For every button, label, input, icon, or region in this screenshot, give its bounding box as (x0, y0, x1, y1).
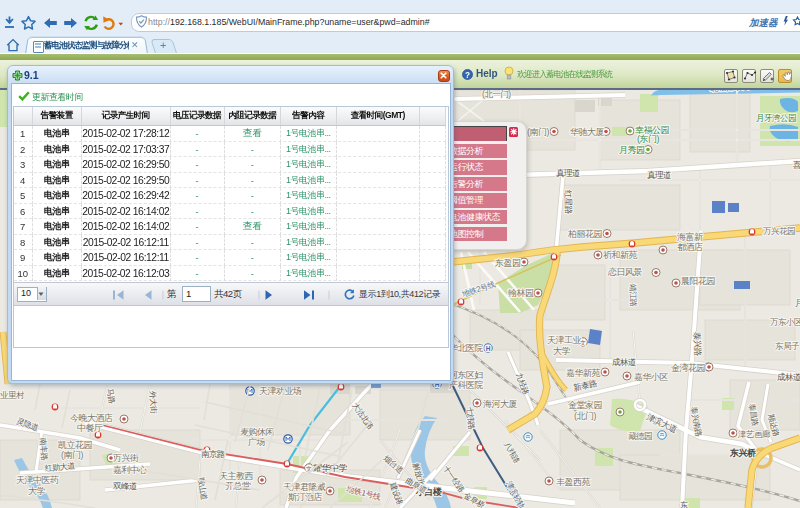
svg-text:红星路: 红星路 (563, 190, 574, 214)
svg-text:靖江路: 靖江路 (628, 284, 638, 307)
svg-text:华北医院: 华北医院 (449, 343, 484, 353)
svg-text:万东小区: 万东小区 (770, 317, 800, 327)
svg-text:(北门): (北门) (574, 411, 596, 421)
svg-text:真理道: 真理道 (647, 170, 671, 180)
svg-text:柏丽花园: 柏丽花园 (567, 229, 602, 239)
svg-text:月秀园: 月秀园 (619, 145, 645, 155)
svg-text:喜: 喜 (792, 160, 800, 170)
svg-text:双峰道: 双峰道 (113, 481, 137, 491)
svg-text:成林道: 成林道 (612, 357, 636, 367)
svg-text:藏德园: 藏德园 (628, 431, 652, 441)
svg-text:万兴花园: 万兴花园 (763, 226, 795, 236)
svg-text:天津劝业场: 天津劝业场 (259, 386, 302, 396)
svg-text:华驰大厦: 华驰大厦 (570, 127, 605, 137)
svg-text:月: 月 (795, 298, 800, 308)
svg-text:东兴桥: 东兴桥 (729, 448, 757, 458)
svg-text:津艺画廊: 津艺画廊 (737, 429, 771, 439)
svg-text:丰盈西苑: 丰盈西苑 (556, 477, 591, 487)
svg-text:东局子: 东局子 (775, 341, 800, 351)
svg-text:成林道: 成林道 (777, 372, 800, 382)
svg-text:凯立花园: 凯立花园 (58, 440, 92, 450)
svg-text:东: 东 (680, 501, 688, 508)
svg-text:(南门): (南门) (61, 450, 83, 460)
svg-text:嘉华小区: 嘉华小区 (634, 372, 669, 382)
svg-text:H: H (486, 345, 491, 352)
svg-text:天津中医药: 天津中医药 (16, 475, 59, 485)
svg-text:晨阳花园: 晨阳花园 (681, 276, 715, 286)
svg-text:产科医院: 产科医院 (449, 380, 484, 390)
svg-text:祈和新苑: 祈和新苑 (603, 250, 638, 260)
svg-text:大学: 大学 (28, 486, 46, 496)
svg-text:真理道: 真理道 (556, 168, 580, 178)
svg-text:中餐厅: 中餐厅 (77, 423, 103, 433)
svg-text:海富新: 海富新 (677, 232, 703, 242)
svg-text:(东门): (东门) (637, 134, 659, 144)
svg-text:月牙湾公园: 月牙湾公园 (756, 113, 796, 123)
svg-text:泰兴路: 泰兴路 (692, 332, 703, 356)
svg-text:东盈园: 东盈园 (494, 258, 521, 268)
svg-text:今晚大酒店: 今晚大酒店 (70, 413, 113, 423)
svg-text:嘉华新苑: 嘉华新苑 (566, 368, 601, 378)
svg-text:外大街: 外大街 (148, 391, 158, 414)
svg-text:业里村: 业里村 (0, 390, 25, 400)
svg-text:(北一门): (北一门) (482, 89, 511, 99)
svg-text:天主教西: 天主教西 (219, 471, 254, 481)
svg-text:金堂家园: 金堂家园 (568, 400, 602, 410)
svg-text:万兴街: 万兴街 (113, 453, 139, 463)
svg-text:大学: 大学 (553, 346, 571, 356)
svg-text:天津工业: 天津工业 (547, 335, 582, 345)
svg-text:海河大厦: 海河大厦 (483, 399, 518, 409)
svg-text:恋日风景: 恋日风景 (607, 267, 643, 277)
svg-text:河东区妇: 河东区妇 (449, 370, 483, 380)
svg-text:金湾花园: 金湾花园 (671, 363, 705, 373)
svg-text:?: ? (465, 70, 470, 79)
svg-text:(南门): (南门) (527, 127, 549, 137)
svg-text:南京路: 南京路 (201, 449, 225, 459)
svg-text:翰林园: 翰林园 (508, 288, 534, 298)
svg-text:都酒店: 都酒店 (677, 242, 703, 252)
